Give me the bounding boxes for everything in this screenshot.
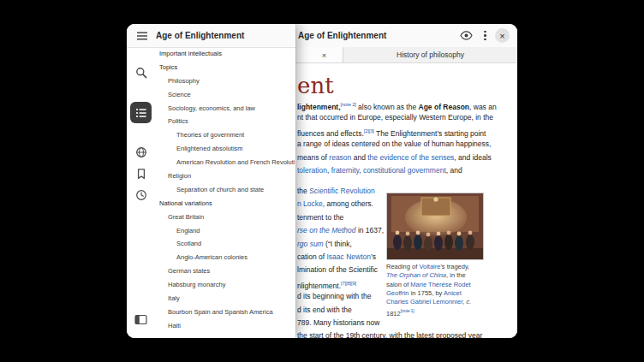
article-link[interactable]: reason xyxy=(329,153,351,162)
text-run: , and ideals xyxy=(454,153,491,162)
app-window: Age of Enlightenment × × History of p xyxy=(127,24,517,338)
text-run: Age of Reason xyxy=(419,103,470,111)
article-text-line: a range of ideas centered on the value o… xyxy=(297,138,497,151)
article-link[interactable]: fraternity xyxy=(331,166,359,175)
article-link[interactable]: toleration xyxy=(297,166,327,175)
tab-close-button[interactable]: × xyxy=(319,50,330,61)
bookmark-icon xyxy=(135,168,147,180)
search-button[interactable] xyxy=(134,65,148,80)
article-text-line: the start of the 19th century, with the … xyxy=(297,329,482,338)
toc-item[interactable]: Important intellectuals xyxy=(155,47,295,61)
window-close-button[interactable]: × xyxy=(495,28,510,43)
toc-item[interactable]: American Revolution and French Revolutio… xyxy=(155,156,295,169)
article-link[interactable]: rgo sum xyxy=(297,240,324,248)
sidebar-toggle-button[interactable] xyxy=(134,312,148,327)
text-run: fluences and effects. xyxy=(297,129,364,138)
text-run: c. xyxy=(466,298,471,306)
article-text-line: toleration, fraternity, constitutional g… xyxy=(297,164,497,177)
text-run: and xyxy=(351,153,367,162)
toc-item[interactable]: Habsburg monarchy xyxy=(155,278,295,292)
article-link[interactable]: Scientific Revolution xyxy=(309,187,375,195)
toc-item[interactable]: Haiti xyxy=(155,319,295,333)
article-link[interactable]: rse on the Method xyxy=(297,226,356,234)
text-run: lmination of the Scientific xyxy=(297,265,378,274)
text-run: lightenment, xyxy=(297,103,341,111)
toc-item[interactable]: England xyxy=(155,224,295,238)
article-thumbnail-image[interactable] xyxy=(386,193,484,260)
article-link[interactable]: constitutional government xyxy=(363,166,446,175)
toc-item[interactable]: Topics xyxy=(155,61,295,74)
search-icon xyxy=(135,67,147,79)
toc-item[interactable]: Italy xyxy=(155,292,295,306)
sidebar-title: Age of Enlightenment xyxy=(156,31,244,40)
history-button[interactable] xyxy=(134,187,148,202)
menu-button[interactable] xyxy=(135,29,149,43)
text-run: a range of ideas centered on the value o… xyxy=(297,139,491,148)
text-run: in 1755, by xyxy=(409,289,444,297)
table-of-contents-icon xyxy=(135,107,147,119)
toc-item[interactable]: German states xyxy=(155,264,295,278)
text-run: also known as the xyxy=(356,103,419,111)
text-run: ’s xyxy=(371,252,376,261)
text-run: The Enlightenment’s starting point xyxy=(374,129,486,138)
text-run: the start of the 19th century, with the … xyxy=(297,331,482,338)
article-link[interactable]: [note 1] xyxy=(401,308,414,313)
kebab-menu-icon xyxy=(484,31,486,33)
image-caption: Reading of Voltaire's tragedy, The Orpha… xyxy=(386,263,482,318)
text-run: tenment to the xyxy=(297,213,343,222)
article-link[interactable]: the evidence of the senses xyxy=(367,153,454,162)
screen: Age of Enlightenment × × History of p xyxy=(0,0,644,362)
article-link[interactable]: The Orphan of China xyxy=(386,271,446,279)
article-link[interactable]: [7][8][9] xyxy=(341,281,356,286)
toc-item[interactable]: Sociology, economics, and law xyxy=(155,102,295,116)
article-text-line: means of reason and the evidence of the … xyxy=(297,151,497,164)
article-text-line: nt that occurred in Europe, especially W… xyxy=(297,111,497,124)
text-run: means of xyxy=(297,153,329,162)
window-title: Age of Enlightenment xyxy=(298,31,386,40)
tab-history-of-philosophy[interactable]: History of philosophy xyxy=(343,47,517,62)
toc-item[interactable]: Anglo-American colonies xyxy=(155,251,295,264)
text-run: 789. Many historians now xyxy=(297,318,379,327)
article-text-line: fluences and effects.[2][3] The Enlighte… xyxy=(297,125,497,138)
text-run: cation of xyxy=(297,252,327,261)
history-clock-icon xyxy=(135,189,147,201)
bookmarks-button[interactable] xyxy=(134,166,148,181)
toc-item[interactable]: Science xyxy=(155,88,295,102)
view-toggle-button[interactable] xyxy=(459,28,474,43)
text-run: 1812 xyxy=(386,310,401,317)
text-run: in 1637, xyxy=(356,226,385,234)
text-run: , was an xyxy=(469,103,497,111)
sidebar-toggle-icon xyxy=(134,314,147,325)
main-menu-button[interactable] xyxy=(478,28,492,43)
toc-item[interactable]: Bourbon Spain and Spanish America xyxy=(155,306,295,319)
toc-item[interactable]: Scotland xyxy=(155,237,295,251)
text-run: (“I think, xyxy=(324,240,352,248)
toc-item[interactable]: Theories of government xyxy=(155,128,295,142)
article-link[interactable]: [note 2] xyxy=(341,102,356,107)
sidebar-header: Age of Enlightenment xyxy=(127,24,295,48)
toc-item[interactable]: Separation of church and state xyxy=(155,183,295,197)
tab-label: History of philosophy xyxy=(397,50,464,59)
article-link[interactable]: n Locke xyxy=(297,199,323,208)
toc-item[interactable]: Religion xyxy=(155,169,295,183)
article-link[interactable]: Voltaire xyxy=(419,263,440,270)
toc-item[interactable]: Philosophy xyxy=(155,74,295,88)
text-run: , and xyxy=(446,166,462,175)
article-text-line: lightenment,[note 2] also known as the A… xyxy=(297,98,497,111)
article-link[interactable]: Isaac Newton xyxy=(327,252,372,261)
toc-item[interactable]: Great Britain xyxy=(155,211,295,224)
toc-item[interactable]: National variations xyxy=(155,197,295,211)
toc-item[interactable]: Enlightened absolutism xyxy=(155,142,295,156)
text-run: Reading of xyxy=(386,263,419,270)
toc-item[interactable]: Politics xyxy=(155,115,295,128)
languages-button[interactable] xyxy=(134,145,148,159)
text-run: d its beginning with the xyxy=(297,292,371,300)
contents-button[interactable] xyxy=(130,102,152,123)
text-run: d its end with the xyxy=(297,306,352,314)
sidebar-panel: Age of Enlightenment xyxy=(127,24,295,338)
sidebar-rail xyxy=(127,47,155,338)
text-run: nlightenment. xyxy=(297,282,341,290)
text-run: nt that occurred in Europe, especially W… xyxy=(297,113,493,122)
article-link[interactable]: [2][3] xyxy=(364,128,374,134)
eye-icon xyxy=(460,30,473,41)
